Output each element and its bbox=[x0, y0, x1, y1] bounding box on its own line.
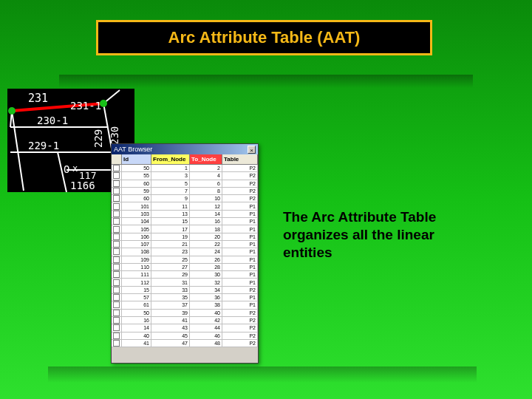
table-row[interactable]: 1051718P1 bbox=[112, 225, 258, 233]
map-label-231: 231 bbox=[28, 92, 48, 105]
row-checkbox[interactable] bbox=[112, 310, 122, 316]
table-row[interactable]: 573536P1 bbox=[112, 294, 258, 301]
col-header-from-node[interactable]: From_Node bbox=[151, 154, 190, 164]
row-checkbox[interactable] bbox=[112, 248, 122, 255]
row-checkbox[interactable] bbox=[112, 271, 122, 278]
cell-table: P2 bbox=[222, 340, 258, 347]
col-header-checkbox bbox=[112, 154, 122, 164]
cell-from: 13 bbox=[151, 211, 190, 217]
cell-id: 110 bbox=[122, 264, 151, 270]
cell-table: P2 bbox=[222, 332, 258, 339]
cell-from: 1 bbox=[151, 165, 190, 171]
cell-table: P2 bbox=[222, 188, 258, 194]
cell-to: 48 bbox=[190, 340, 222, 347]
cell-table: P1 bbox=[222, 225, 258, 232]
cell-table: P2 bbox=[222, 180, 258, 187]
table-row[interactable]: 5012P2 bbox=[112, 165, 258, 172]
table-row[interactable]: 1061920P1 bbox=[112, 233, 258, 241]
cell-table: P2 bbox=[222, 317, 258, 324]
row-checkbox[interactable] bbox=[112, 287, 122, 293]
cell-to: 38 bbox=[190, 301, 222, 308]
row-checkbox[interactable] bbox=[112, 188, 122, 194]
row-checkbox[interactable] bbox=[112, 218, 122, 225]
cell-id: 41 bbox=[122, 340, 151, 347]
row-checkbox[interactable] bbox=[112, 279, 122, 285]
row-checkbox[interactable] bbox=[112, 317, 122, 324]
row-checkbox[interactable] bbox=[112, 324, 122, 331]
table-row[interactable]: 1123132P1 bbox=[112, 279, 258, 286]
table-row[interactable]: 1041516P1 bbox=[112, 218, 258, 225]
map-label-230-1: 230-1 bbox=[37, 115, 68, 126]
close-icon[interactable]: × bbox=[248, 146, 256, 154]
table-row[interactable]: 153334P2 bbox=[112, 287, 258, 294]
row-checkbox[interactable] bbox=[112, 225, 122, 232]
cell-id: 61 bbox=[122, 301, 151, 308]
cell-from: 23 bbox=[151, 248, 190, 255]
cell-to: 42 bbox=[190, 317, 222, 324]
table-row[interactable]: 404546P2 bbox=[112, 332, 258, 340]
cell-id: 59 bbox=[122, 188, 151, 194]
table-row[interactable]: 1112930P1 bbox=[112, 271, 258, 279]
col-header-table[interactable]: Table bbox=[222, 154, 258, 164]
cell-table: P1 bbox=[222, 301, 258, 308]
cell-from: 17 bbox=[151, 225, 190, 232]
cell-to: 22 bbox=[190, 241, 222, 248]
row-checkbox[interactable] bbox=[112, 211, 122, 217]
table-row[interactable]: 5978P2 bbox=[112, 188, 258, 195]
cell-id: 101 bbox=[122, 202, 151, 209]
row-checkbox[interactable] bbox=[112, 233, 122, 240]
table-row[interactable]: 144344P2 bbox=[112, 324, 258, 332]
cell-table: P1 bbox=[222, 202, 258, 209]
row-checkbox[interactable] bbox=[112, 165, 122, 171]
row-checkbox[interactable] bbox=[112, 256, 122, 263]
table-row[interactable]: 414748P2 bbox=[112, 340, 258, 347]
map-label-229-1: 229-1 bbox=[28, 140, 59, 151]
col-header-id[interactable]: Id bbox=[122, 154, 151, 164]
row-checkbox[interactable] bbox=[112, 180, 122, 187]
table-row[interactable]: 60910P2 bbox=[112, 195, 258, 202]
table-row[interactable]: 1092526P1 bbox=[112, 256, 258, 264]
cell-from: 33 bbox=[151, 287, 190, 293]
row-checkbox[interactable] bbox=[112, 294, 122, 301]
row-checkbox[interactable] bbox=[112, 340, 122, 347]
cell-to: 10 bbox=[190, 195, 222, 202]
table-row[interactable]: 6056P2 bbox=[112, 180, 258, 188]
cell-to: 44 bbox=[190, 324, 222, 331]
cell-to: 12 bbox=[190, 202, 222, 209]
cell-from: 25 bbox=[151, 256, 190, 263]
row-checkbox[interactable] bbox=[112, 264, 122, 270]
row-checkbox[interactable] bbox=[112, 332, 122, 339]
row-checkbox[interactable] bbox=[112, 195, 122, 202]
cell-from: 15 bbox=[151, 218, 190, 225]
cell-to: 40 bbox=[190, 310, 222, 316]
row-checkbox[interactable] bbox=[112, 241, 122, 248]
table-row[interactable]: 503940P2 bbox=[112, 310, 258, 317]
cell-id: 50 bbox=[122, 165, 151, 171]
col-header-to-node[interactable]: To_Node bbox=[190, 154, 222, 164]
divider-shadow bbox=[59, 75, 473, 88]
table-row[interactable]: 164142P2 bbox=[112, 317, 258, 324]
table-row[interactable]: 1031314P1 bbox=[112, 211, 258, 218]
table-row[interactable]: 613738P1 bbox=[112, 301, 258, 309]
aat-titlebar[interactable]: AAT Browser × bbox=[112, 144, 258, 154]
cell-table: P1 bbox=[222, 256, 258, 263]
cell-table: P2 bbox=[222, 195, 258, 202]
caption-text: The Arc Attribute Table organizes all th… bbox=[283, 208, 468, 261]
cell-to: 46 bbox=[190, 332, 222, 339]
cell-table: P2 bbox=[222, 165, 258, 171]
table-row[interactable]: 1011112P1 bbox=[112, 202, 258, 210]
cell-table: P1 bbox=[222, 211, 258, 217]
map-label-230v: 230 bbox=[109, 126, 120, 145]
row-checkbox[interactable] bbox=[112, 301, 122, 308]
cell-id: 111 bbox=[122, 271, 151, 278]
row-checkbox[interactable] bbox=[112, 202, 122, 209]
cell-id: 108 bbox=[122, 248, 151, 255]
row-checkbox[interactable] bbox=[112, 172, 122, 179]
cell-from: 19 bbox=[151, 233, 190, 240]
table-row[interactable]: 1072122P1 bbox=[112, 241, 258, 248]
table-row[interactable]: 5534P2 bbox=[112, 172, 258, 180]
cell-from: 21 bbox=[151, 241, 190, 248]
table-row[interactable]: 1102728P1 bbox=[112, 264, 258, 271]
map-label-231-1: 231-1 bbox=[70, 100, 101, 112]
table-row[interactable]: 1082324P1 bbox=[112, 248, 258, 256]
